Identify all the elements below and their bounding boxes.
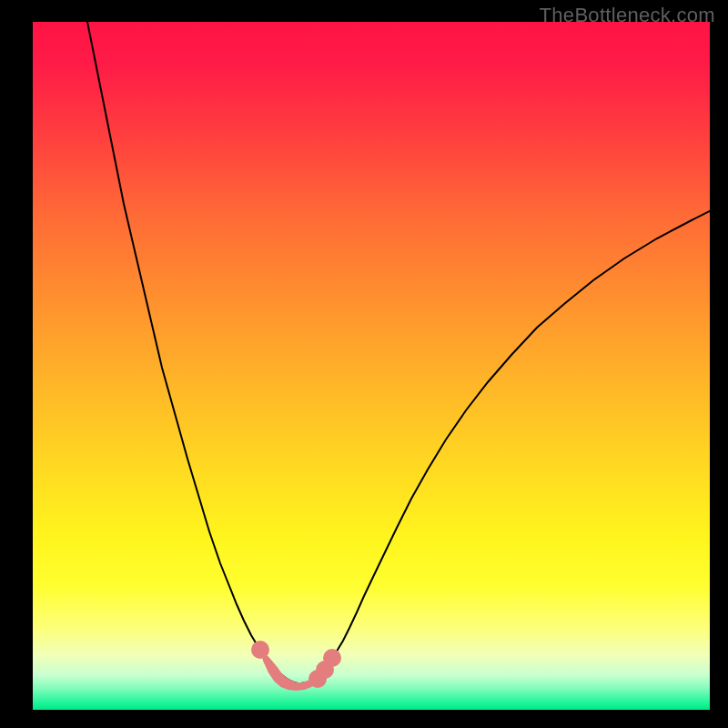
valley-dot	[308, 670, 327, 688]
valley-dot	[251, 641, 269, 659]
chart-frame: TheBottleneck.com	[0, 0, 728, 728]
curve-path	[87, 22, 710, 683]
bottleneck-curve	[33, 22, 710, 710]
plot-area	[33, 22, 710, 710]
watermark-text: TheBottleneck.com	[540, 4, 715, 27]
